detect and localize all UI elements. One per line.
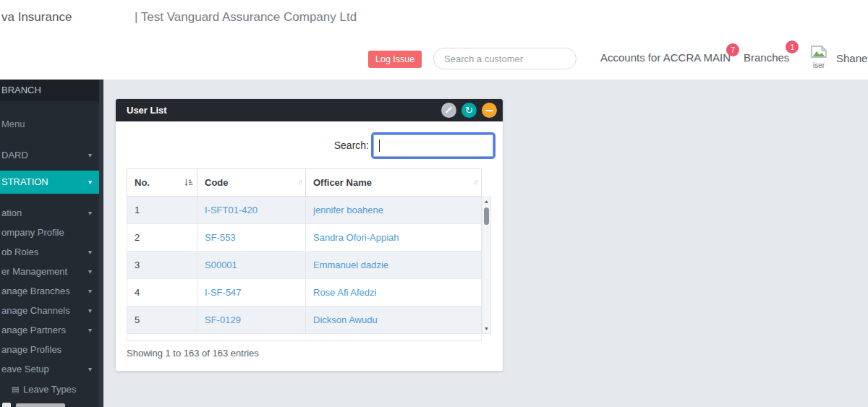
branches-label: Branches	[744, 51, 789, 64]
table-row: 4 I-SF-547 Rose Afi Afedzi	[127, 279, 482, 307]
scroll-down-arrow[interactable]: ▼	[482, 325, 490, 333]
sort-ascending-icon	[184, 178, 193, 187]
table-search-input[interactable]	[373, 134, 493, 157]
accounts-count-badge: 7	[726, 43, 739, 56]
sidebar-item-partial[interactable]	[0, 402, 103, 407]
cell-code: S00001	[197, 252, 305, 279]
sidebar-item-job-roles[interactable]: ob Roles ▾	[0, 242, 103, 262]
list-icon: ▤	[12, 380, 19, 399]
accounts-label: Accounts for ACCRA MAIN	[600, 51, 731, 64]
cell-officer: Emmanuel dadzie	[305, 252, 482, 279]
table-info-text: Showing 1 to 163 of 163 entries	[127, 348, 259, 359]
column-header-officer-name[interactable]: Officer Name ↓↑	[305, 168, 482, 197]
code-link[interactable]: S00001	[205, 260, 237, 270]
code-link[interactable]: I-SF-547	[205, 287, 242, 298]
code-link[interactable]: SF-0129	[205, 314, 241, 325]
truncated-item-icon	[2, 403, 11, 407]
pencil-icon	[446, 106, 452, 113]
sort-both-icon: ↓↑	[473, 177, 477, 186]
sidebar-item-leave-types[interactable]: ▤ Leave Types	[0, 380, 103, 399]
officer-link[interactable]: Emmanuel dadzie	[313, 260, 388, 270]
cell-officer: Sandra Ofori-Appiah	[305, 224, 482, 252]
broken-image-icon	[811, 46, 827, 58]
officer-link[interactable]: Sandra Ofori-Appiah	[313, 232, 399, 243]
scrollbar-thumb[interactable]	[484, 207, 489, 225]
table-search-label: Search:	[333, 140, 369, 151]
cell-no: 2	[127, 224, 197, 252]
cell-no: 1	[127, 197, 197, 224]
cell-code: I-SFT01-420	[197, 197, 305, 224]
officer-link[interactable]: Rose Afi Afedzi	[313, 287, 376, 298]
cell-no: 4	[127, 279, 197, 307]
table-scrollbar[interactable]: ▲ ▼	[482, 197, 491, 334]
panel-header: User List ↻	[116, 99, 503, 121]
sidebar-item-manage-partners[interactable]: anage Partners ▾	[0, 320, 103, 340]
avatar-alt-text: iser	[809, 61, 829, 69]
table-header-row: No. Code ↓↑ Officer Name ↓↑	[127, 168, 482, 197]
sidebar-item-leave-setup[interactable]: eave Setup ▾	[0, 359, 103, 379]
app-window: va Insurance | Test Vanguard Assurance C…	[0, 0, 868, 407]
branches-count-badge: 1	[786, 40, 799, 53]
company-name: | Test Vanguard Assurance Company Ltd	[135, 10, 357, 25]
log-issue-button[interactable]: Log Issue	[368, 51, 422, 68]
truncated-item-text	[16, 403, 65, 407]
code-link[interactable]: SF-553	[205, 232, 236, 243]
cell-code: SF-553	[197, 224, 305, 252]
user-avatar[interactable]: iser	[809, 46, 829, 69]
text-cursor	[379, 140, 380, 152]
table-rows: 1 I-SFT01-420 jennifer boahene 2 SF-553 …	[127, 197, 482, 341]
officer-link[interactable]: jennifer boahene	[313, 205, 383, 215]
sidebar-item-manage-channels[interactable]: anage Channels ▾	[0, 301, 103, 320]
scroll-up-arrow[interactable]: ▲	[482, 197, 490, 206]
column-header-no[interactable]: No.	[127, 168, 197, 197]
logged-in-user-name[interactable]: Shane N	[836, 52, 868, 64]
sidebar-item-company-profile[interactable]: ompany Profile	[0, 223, 103, 242]
cell-code: SF-0129	[197, 307, 305, 334]
sidebar-item-user-management[interactable]: er Management ▾	[0, 262, 103, 281]
column-header-code[interactable]: Code ↓↑	[197, 168, 305, 197]
sidebar-item-dashboard[interactable]: DARD ▾	[0, 145, 103, 166]
table-row: 2 SF-553 Sandra Ofori-Appiah	[127, 224, 482, 252]
brand-logo-text: va Insurance	[1, 10, 72, 25]
chevron-down-icon: ▾	[88, 301, 92, 320]
sidebar-nav: BRANCH Menu DARD ▾ STRATION ▾ ation ▾ om…	[0, 80, 103, 407]
chevron-down-icon: ▾	[88, 242, 92, 262]
sidebar-item-manage-profiles[interactable]: anage Profiles	[0, 340, 103, 359]
officer-link[interactable]: Dickson Awudu	[313, 314, 378, 325]
refresh-icon: ↻	[465, 105, 473, 116]
chevron-down-icon: ▾	[88, 203, 92, 223]
cell-officer: Rose Afi Afedzi	[305, 279, 482, 307]
code-link[interactable]: I-SFT01-420	[205, 205, 258, 215]
cell-no: 5	[127, 307, 197, 334]
branches-menu[interactable]: Branches 1	[744, 51, 789, 64]
chevron-down-icon: ▾	[88, 262, 92, 281]
sidebar-item-organization[interactable]: ation ▾	[0, 203, 103, 223]
customer-search-input[interactable]	[433, 48, 576, 69]
sidebar-branch-header: BRANCH	[0, 80, 103, 101]
cell-no: 3	[127, 252, 197, 279]
sort-both-icon: ↓↑	[297, 177, 301, 186]
refresh-button[interactable]: ↻	[461, 103, 477, 118]
chevron-down-icon: ▾	[88, 171, 92, 194]
sidebar-scrollbar[interactable]	[99, 80, 103, 407]
panel-title: User List	[127, 99, 167, 121]
chevron-down-icon: ▾	[88, 359, 92, 379]
sidebar-item-manage-branches[interactable]: anage Branches ▾	[0, 281, 103, 301]
user-list-panel: User List ↻ Search: No. Code ↓↑	[116, 99, 503, 371]
collapse-button[interactable]	[482, 103, 497, 118]
chevron-down-icon: ▾	[88, 320, 92, 340]
edit-button[interactable]	[441, 103, 456, 118]
sidebar-menu-label: Menu	[1, 116, 25, 132]
table-body: 1 I-SFT01-420 jennifer boahene 2 SF-553 …	[127, 197, 491, 341]
sidebar-item-administration[interactable]: STRATION ▾	[0, 171, 103, 194]
cell-officer: Dickson Awudu	[305, 307, 482, 334]
minus-icon	[485, 110, 493, 111]
cell-officer: jennifer boahene	[305, 197, 482, 224]
chevron-down-icon: ▾	[88, 145, 92, 166]
table-row: 5 SF-0129 Dickson Awudu	[127, 307, 482, 334]
table-row-partial	[127, 334, 482, 341]
accounts-menu[interactable]: Accounts for ACCRA MAIN 7	[600, 51, 731, 64]
cell-code: I-SF-547	[197, 279, 305, 307]
chevron-down-icon: ▾	[88, 281, 92, 301]
table-row: 1 I-SFT01-420 jennifer boahene	[127, 197, 482, 224]
